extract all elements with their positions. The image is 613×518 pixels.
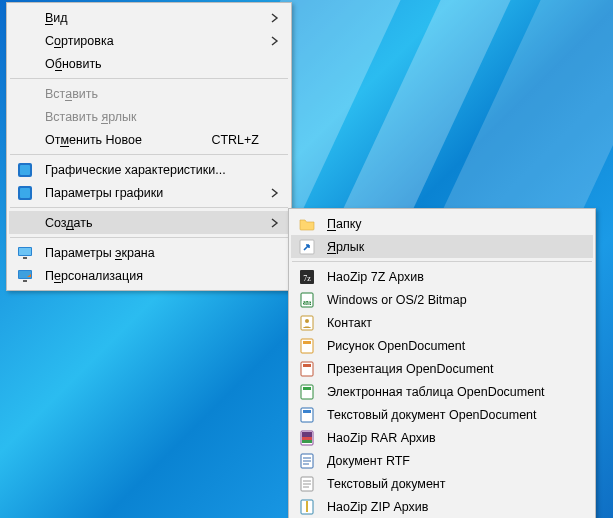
separator [10, 207, 288, 208]
contact-icon [299, 315, 315, 331]
context-menu-item-refresh[interactable]: Обновить [9, 52, 289, 75]
submenu-create-item-odt[interactable]: Текстовый документ OpenDocument [291, 403, 593, 426]
svg-rect-9 [23, 280, 27, 282]
personalization-icon [17, 268, 33, 284]
ods-icon [299, 384, 315, 400]
separator [10, 154, 288, 155]
svg-text:BMP: BMP [302, 299, 314, 305]
svg-point-17 [305, 319, 309, 323]
accelerator: CTRL+Z [211, 133, 259, 147]
menu-item-label: HaoZip RAR Архив [327, 431, 436, 445]
context-menu-item-display[interactable]: Параметры экрана [9, 241, 289, 264]
menu-item-label: Сортировка [45, 34, 114, 48]
svg-rect-5 [19, 248, 31, 255]
submenu-arrow-icon [271, 188, 279, 198]
odt-icon [299, 407, 315, 423]
submenu-arrow-icon [271, 36, 279, 46]
submenu-create-item-7z[interactable]: 7zHaoZip 7Z Архив [291, 265, 593, 288]
context-menu-item-view[interactable]: Вид [9, 6, 289, 29]
svg-text:7z: 7z [303, 273, 311, 282]
svg-rect-28 [302, 437, 312, 440]
submenu-arrow-icon [271, 13, 279, 23]
submenu-create-item-zip[interactable]: HaoZip ZIP Архив [291, 495, 593, 518]
menu-item-label: Обновить [45, 57, 102, 71]
svg-rect-1 [20, 165, 30, 175]
separator [10, 78, 288, 79]
svg-rect-25 [303, 410, 311, 413]
monitor-icon [17, 245, 33, 261]
shortcut-icon [299, 239, 315, 255]
menu-item-label: Параметры экрана [45, 246, 155, 260]
txt-icon [299, 476, 315, 492]
svg-rect-21 [303, 364, 311, 367]
menu-item-label: Ярлык [327, 240, 364, 254]
svg-rect-3 [20, 188, 30, 198]
submenu-create-item-rtf[interactable]: Документ RTF [291, 449, 593, 472]
submenu-create-item-contact[interactable]: Контакт [291, 311, 593, 334]
desktop[interactable]: ВидСортировкаОбновитьВставитьВставить яр… [0, 0, 613, 518]
separator [10, 237, 288, 238]
svg-rect-6 [23, 257, 27, 259]
menu-item-label: HaoZip ZIP Архив [327, 500, 428, 514]
menu-item-label: Папку [327, 217, 362, 231]
menu-item-label: Документ RTF [327, 454, 410, 468]
menu-item-label: Вид [45, 11, 68, 25]
submenu-create-item-folder[interactable]: Папку [291, 212, 593, 235]
submenu-create-item-odg[interactable]: Рисунок OpenDocument [291, 334, 593, 357]
submenu-create-item-shortcut[interactable]: Ярлык [291, 235, 593, 258]
separator [292, 261, 592, 262]
menu-item-label: Графические характеристики... [45, 163, 226, 177]
menu-item-label: Вставить ярлык [45, 110, 137, 124]
menu-item-label: Персонализация [45, 269, 143, 283]
intel-icon [17, 162, 33, 178]
menu-item-label: Отменить Новое [45, 133, 142, 147]
bmp-icon: BMP [299, 292, 315, 308]
svg-rect-29 [302, 440, 312, 443]
svg-rect-27 [302, 432, 312, 437]
menu-item-label: Вставить [45, 87, 98, 101]
sevenz-icon: 7z [299, 269, 315, 285]
submenu-create-item-txt[interactable]: Текстовый документ [291, 472, 593, 495]
submenu-create-item-ods[interactable]: Электронная таблица OpenDocument [291, 380, 593, 403]
context-menu-item-paste_shortcut: Вставить ярлык [9, 105, 289, 128]
menu-item-label: Контакт [327, 316, 372, 330]
menu-item-label: Параметры графики [45, 186, 163, 200]
context-menu-item-create[interactable]: Создать [9, 211, 289, 234]
rar-icon [299, 430, 315, 446]
odg-icon [299, 338, 315, 354]
menu-item-label: Рисунок OpenDocument [327, 339, 465, 353]
rtf-icon [299, 453, 315, 469]
context-menu-item-paste: Вставить [9, 82, 289, 105]
context-menu: ВидСортировкаОбновитьВставитьВставить яр… [6, 2, 292, 291]
menu-item-label: Создать [45, 216, 93, 230]
odp-icon [299, 361, 315, 377]
submenu-arrow-icon [271, 218, 279, 228]
svg-rect-39 [306, 501, 308, 512]
folder-icon [299, 216, 315, 232]
submenu-create-item-odp[interactable]: Презентация OpenDocument [291, 357, 593, 380]
intel-icon [17, 185, 33, 201]
context-menu-item-gfx_props[interactable]: Графические характеристики... [9, 158, 289, 181]
menu-item-label: Текстовый документ [327, 477, 446, 491]
zip-icon [299, 499, 315, 515]
submenu-create-item-rar[interactable]: HaoZip RAR Архив [291, 426, 593, 449]
menu-item-label: Электронная таблица OpenDocument [327, 385, 545, 399]
svg-rect-23 [303, 387, 311, 390]
menu-item-label: Презентация OpenDocument [327, 362, 494, 376]
context-menu-item-gfx_params[interactable]: Параметры графики [9, 181, 289, 204]
context-menu-item-undo[interactable]: Отменить НовоеCTRL+Z [9, 128, 289, 151]
submenu-create-item-bmp[interactable]: BMPWindows or OS/2 Bitmap [291, 288, 593, 311]
menu-item-label: Windows or OS/2 Bitmap [327, 293, 467, 307]
context-menu-item-personalize[interactable]: Персонализация [9, 264, 289, 287]
menu-item-label: HaoZip 7Z Архив [327, 270, 424, 284]
menu-item-label: Текстовый документ OpenDocument [327, 408, 537, 422]
context-menu-item-sort[interactable]: Сортировка [9, 29, 289, 52]
svg-rect-19 [303, 341, 311, 344]
submenu-create: ПапкуЯрлык7zHaoZip 7Z АрхивBMPWindows or… [288, 208, 596, 518]
